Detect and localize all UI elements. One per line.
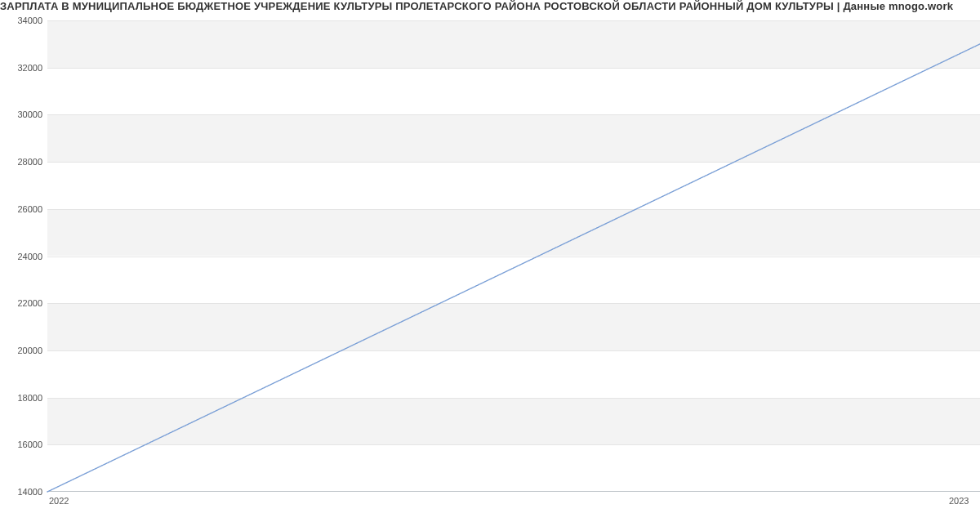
y-tick-label: 34000 <box>2 16 42 25</box>
y-tick-label: 28000 <box>2 157 42 167</box>
y-tick-label: 14000 <box>2 487 42 497</box>
x-tick-label: 2023 <box>949 496 969 506</box>
y-tick-label: 26000 <box>2 204 42 214</box>
y-tick-label: 20000 <box>2 346 42 355</box>
y-tick-label: 32000 <box>2 63 42 73</box>
chart-svg <box>47 20 980 492</box>
y-tick-label: 24000 <box>2 252 42 261</box>
y-tick-label: 16000 <box>2 440 42 449</box>
x-tick-label: 2022 <box>49 496 69 506</box>
plot-area <box>47 20 980 492</box>
chart-container: ЗАРПЛАТА В МУНИЦИПАЛЬНОЕ БЮДЖЕТНОЕ УЧРЕЖ… <box>0 0 980 531</box>
series-line <box>47 44 980 492</box>
chart-title: ЗАРПЛАТА В МУНИЦИПАЛЬНОЕ БЮДЖЕТНОЕ УЧРЕЖ… <box>0 0 980 12</box>
y-tick-label: 30000 <box>2 109 42 119</box>
y-tick-label: 22000 <box>2 298 42 308</box>
y-tick-label: 18000 <box>2 393 42 403</box>
